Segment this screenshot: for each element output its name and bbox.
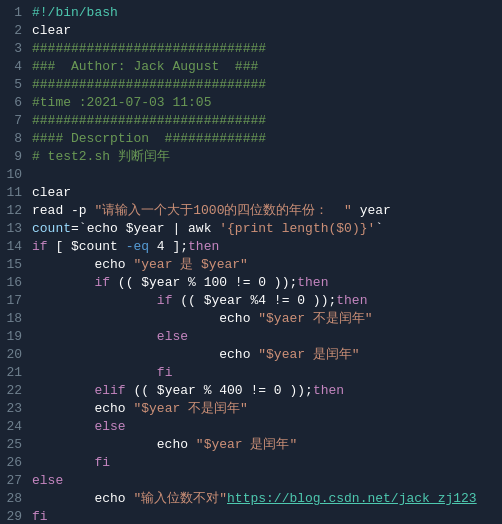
code-token: echo: [32, 347, 258, 362]
line-number: 5: [0, 76, 28, 94]
line-content: if [ $count -eq 4 ];then: [28, 238, 502, 256]
code-token: count: [32, 221, 71, 236]
line-content: count=`echo $year | awk '{print length($…: [28, 220, 502, 238]
line-number: 25: [0, 436, 28, 454]
line-number: 14: [0, 238, 28, 256]
table-row: 20 echo "$year 是闰年": [0, 346, 502, 364]
table-row: 17 if (( $year %4 != 0 ));then: [0, 292, 502, 310]
code-token: else: [94, 419, 125, 434]
code-token: if: [157, 293, 173, 308]
code-token: [ $count: [48, 239, 126, 254]
line-number: 4: [0, 58, 28, 76]
table-row: 19 else: [0, 328, 502, 346]
line-content: clear: [28, 22, 502, 40]
code-token: else: [32, 473, 63, 488]
line-number: 23: [0, 400, 28, 418]
line-content: #!/bin/bash: [28, 4, 502, 22]
line-number: 12: [0, 202, 28, 220]
line-number: 16: [0, 274, 28, 292]
line-content: fi: [28, 508, 502, 524]
line-content: #### Descrption #############: [28, 130, 502, 148]
table-row: 9# test2.sh 判断闰年: [0, 148, 502, 166]
code-token: "请输入一个大于1000的四位数的年份： ": [94, 203, 351, 218]
code-token: then: [313, 383, 344, 398]
table-row: 25 echo "$year 是闰年": [0, 436, 502, 454]
line-content: ##############################: [28, 76, 502, 94]
line-number: 24: [0, 418, 28, 436]
line-content: read -p "请输入一个大于1000的四位数的年份： " year: [28, 202, 502, 220]
line-content: ### Author: Jack August ###: [28, 58, 502, 76]
code-editor: 1#!/bin/bash2clear3#####################…: [0, 0, 502, 524]
line-number: 6: [0, 94, 28, 112]
table-row: 1#!/bin/bash: [0, 4, 502, 22]
code-token: clear: [32, 23, 71, 38]
code-token: fi: [94, 455, 110, 470]
line-number: 22: [0, 382, 28, 400]
line-number: 17: [0, 292, 28, 310]
table-row: 13count=`echo $year | awk '{print length…: [0, 220, 502, 238]
line-content: echo "year 是 $year": [28, 256, 502, 274]
code-token: echo: [32, 401, 133, 416]
line-number: 7: [0, 112, 28, 130]
table-row: 8#### Descrption #############: [0, 130, 502, 148]
table-row: 15 echo "year 是 $year": [0, 256, 502, 274]
code-token: clear: [32, 185, 71, 200]
code-token: (( $year %4 != 0 ));: [172, 293, 336, 308]
line-content: ##############################: [28, 112, 502, 130]
code-token: then: [336, 293, 367, 308]
code-token: #### Descrption #############: [32, 131, 266, 146]
code-token: "year 是 $year": [133, 257, 247, 272]
line-number: 1: [0, 4, 28, 22]
line-content: ##############################: [28, 40, 502, 58]
line-number: 11: [0, 184, 28, 202]
line-content: echo "$year 是闰年": [28, 436, 502, 454]
line-content: else: [28, 418, 502, 436]
table-row: 21 fi: [0, 364, 502, 382]
code-token: "$year 是闰年": [196, 437, 297, 452]
table-row: 3##############################: [0, 40, 502, 58]
code-token: then: [188, 239, 219, 254]
code-token: fi: [32, 509, 48, 524]
code-token: "输入位数不对": [133, 491, 227, 506]
code-token: echo: [32, 437, 196, 452]
table-row: 4### Author: Jack August ###: [0, 58, 502, 76]
table-row: 5##############################: [0, 76, 502, 94]
table-row: 18 echo "$yaer 不是闰年": [0, 310, 502, 328]
code-token: [32, 455, 94, 470]
table-row: 10: [0, 166, 502, 184]
line-content: clear: [28, 184, 502, 202]
line-number: 26: [0, 454, 28, 472]
line-number: 19: [0, 328, 28, 346]
line-number: 20: [0, 346, 28, 364]
line-content: fi: [28, 364, 502, 382]
line-number: 2: [0, 22, 28, 40]
line-number: 8: [0, 130, 28, 148]
line-content: else: [28, 472, 502, 490]
table-row: 12read -p "请输入一个大于1000的四位数的年份： " year: [0, 202, 502, 220]
line-content: #time :2021-07-03 11:05: [28, 94, 502, 112]
table-row: 27else: [0, 472, 502, 490]
code-token: https://blog.csdn.net/jack_zj123: [227, 491, 477, 506]
line-number: 27: [0, 472, 28, 490]
code-token: =: [71, 221, 79, 236]
code-token: [32, 419, 94, 434]
code-token: "$year 是闰年": [258, 347, 359, 362]
line-number: 29: [0, 508, 28, 524]
line-number: 28: [0, 490, 28, 508]
code-token: [32, 383, 94, 398]
line-content: else: [28, 328, 502, 346]
code-token: `: [375, 221, 383, 236]
code-token: year: [352, 203, 391, 218]
table-row: 26 fi: [0, 454, 502, 472]
code-token: ##############################: [32, 41, 266, 56]
code-token: ##############################: [32, 77, 266, 92]
table-row: 23 echo "$year 不是闰年": [0, 400, 502, 418]
code-token: [32, 365, 157, 380]
code-token: `echo $year | awk: [79, 221, 219, 236]
code-token: [32, 293, 157, 308]
line-content: # test2.sh 判断闰年: [28, 148, 502, 166]
line-content: if (( $year %4 != 0 ));then: [28, 292, 502, 310]
line-number: 3: [0, 40, 28, 58]
code-token: then: [297, 275, 328, 290]
table-row: 28 echo "输入位数不对"https://blog.csdn.net/ja…: [0, 490, 502, 508]
